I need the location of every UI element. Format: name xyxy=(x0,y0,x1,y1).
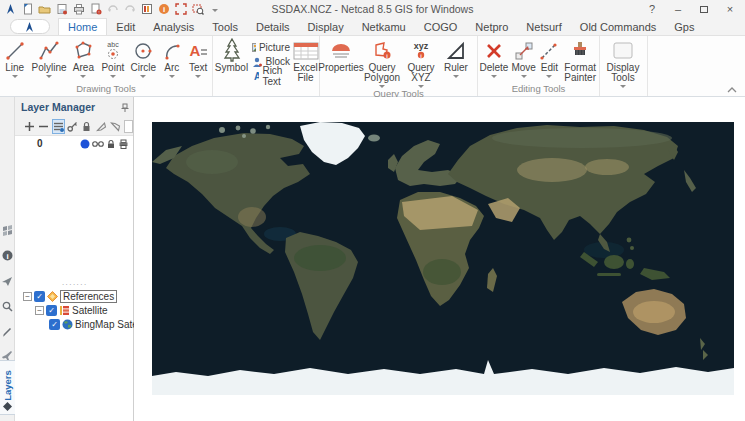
pencil-icon[interactable] xyxy=(2,326,13,337)
checkbox-checked[interactable]: ✓ xyxy=(34,291,45,302)
world-map-satellite[interactable] xyxy=(152,122,734,395)
flag-down-icon[interactable] xyxy=(109,119,121,134)
open-file-button[interactable] xyxy=(38,3,51,16)
editing-tools-group: Delete Move Edit Format Painter xyxy=(478,36,600,96)
add-layer-button[interactable] xyxy=(23,119,35,134)
query-polygon-button[interactable]: i Query Polygon xyxy=(362,38,402,88)
area-button[interactable]: Area xyxy=(69,38,98,78)
help-button[interactable]: ? xyxy=(639,0,665,18)
more-commands-caret[interactable] xyxy=(208,3,221,16)
new-document-button[interactable] xyxy=(21,3,34,16)
redo-button[interactable] xyxy=(123,3,136,16)
print-button[interactable] xyxy=(72,3,85,16)
lock-icon[interactable] xyxy=(81,119,93,134)
tab-display[interactable]: Display xyxy=(299,18,353,35)
send-icon[interactable] xyxy=(2,276,13,287)
move-button[interactable]: Move xyxy=(510,38,538,78)
flag-icon[interactable] xyxy=(2,225,13,236)
close-button[interactable]: × xyxy=(717,0,743,18)
svg-text:A: A xyxy=(190,42,201,59)
tab-old-commands[interactable]: Old Commands xyxy=(571,18,665,35)
text-button[interactable]: A Text xyxy=(185,38,212,78)
tab-tools[interactable]: Tools xyxy=(203,18,247,35)
point-button[interactable]: abc Point xyxy=(98,38,127,78)
tab-netkamu[interactable]: Netkamu xyxy=(353,18,415,35)
lock-icon[interactable] xyxy=(106,139,116,149)
flag-up-icon[interactable] xyxy=(95,119,107,134)
pin-icon[interactable] xyxy=(121,103,129,112)
format-painter-button[interactable]: Format Painter xyxy=(561,38,599,83)
checkbox-checked[interactable]: ✓ xyxy=(46,305,57,316)
tree-row-references[interactable]: − ✓ References xyxy=(15,289,134,303)
magnifier-icon[interactable] xyxy=(2,301,13,312)
restore-button[interactable] xyxy=(691,0,717,18)
picture-button[interactable]: Picture xyxy=(250,41,292,54)
collapse-expander[interactable]: − xyxy=(35,306,44,315)
info-button[interactable]: i xyxy=(157,3,170,16)
rich-text-button[interactable]: A Rich Text xyxy=(250,69,292,82)
checkbox-checked[interactable]: ✓ xyxy=(49,319,60,330)
application-menu-button[interactable] xyxy=(10,19,50,34)
tree-row-bingmap[interactable]: ✓ BingMap Satellite I xyxy=(15,317,134,331)
layer-tree: − ✓ References − ✓ Satellite ✓ BingMap S… xyxy=(15,289,134,331)
main-area: i Layers Layer Manager xyxy=(0,97,745,421)
polyline-button[interactable]: Polyline xyxy=(29,38,68,78)
map-canvas[interactable] xyxy=(134,97,745,421)
sidebar-tab-layers[interactable]: Layers xyxy=(0,360,15,415)
edit-button[interactable]: Edit xyxy=(538,38,562,78)
tab-gps[interactable]: Gps xyxy=(665,18,703,35)
xyz-icon: xyzi xyxy=(409,39,433,63)
query-polygon-icon: i xyxy=(371,39,393,63)
layer-row-0[interactable]: 0 xyxy=(15,136,133,151)
svg-text:abc: abc xyxy=(107,41,119,48)
collapse-expander[interactable]: − xyxy=(23,292,32,301)
remove-layer-button[interactable] xyxy=(37,119,49,134)
report-window-button[interactable] xyxy=(140,3,153,16)
arc-button[interactable]: Arc xyxy=(159,38,185,78)
key-icon[interactable] xyxy=(67,119,79,134)
line-button[interactable]: Line xyxy=(0,38,29,78)
layer-list-button[interactable] xyxy=(52,119,65,134)
letter-a-icon: A xyxy=(252,71,259,81)
zoom-window-button[interactable] xyxy=(191,3,204,16)
blank-box[interactable] xyxy=(124,120,134,133)
query-tools-group: Properties i Query Polygon xyzi Query XY… xyxy=(320,36,478,96)
properties-dome-icon xyxy=(328,39,354,63)
undo-button[interactable] xyxy=(106,3,119,16)
symbol-button[interactable]: Symbol xyxy=(213,38,250,73)
tab-analysis[interactable]: Analysis xyxy=(144,18,203,35)
tab-netpro[interactable]: Netpro xyxy=(466,18,517,35)
tab-cogo[interactable]: COGO xyxy=(415,18,467,35)
tab-netsurf[interactable]: Netsurf xyxy=(517,18,570,35)
ribbon-collapse-chevron[interactable] xyxy=(727,87,737,93)
circle-button[interactable]: Circle xyxy=(128,38,159,78)
properties-button[interactable]: Properties xyxy=(320,38,362,73)
layer-color-dot[interactable] xyxy=(80,139,90,149)
layer-label[interactable]: References xyxy=(60,290,117,303)
layer-name: 0 xyxy=(37,138,43,149)
printer-icon[interactable] xyxy=(118,139,129,149)
dropdown-caret xyxy=(140,75,146,78)
point-icon: abc xyxy=(102,39,124,63)
save-as-button[interactable]: ! xyxy=(89,3,102,16)
minimize-button[interactable]: – xyxy=(665,0,691,18)
layer-label[interactable]: Satellite xyxy=(72,305,108,316)
netcad-logo-icon xyxy=(24,21,36,33)
info-icon[interactable]: i xyxy=(2,250,13,261)
zoom-extents-button[interactable] xyxy=(174,3,187,16)
tab-details[interactable]: Details xyxy=(247,18,299,35)
query-xyz-button[interactable]: xyzi Query XYZ xyxy=(402,38,440,88)
window-controls: ? – × xyxy=(639,0,743,18)
tree-row-satellite[interactable]: − ✓ Satellite xyxy=(15,303,134,317)
tab-edit[interactable]: Edit xyxy=(107,18,144,35)
dropdown-caret xyxy=(12,75,18,78)
visibility-glasses-icon[interactable] xyxy=(92,139,104,148)
save-button[interactable] xyxy=(55,3,68,16)
panel-splitter[interactable]: ······· xyxy=(15,282,134,288)
tab-home[interactable]: Home xyxy=(58,18,107,35)
delete-button[interactable]: Delete xyxy=(478,38,510,78)
layer-label[interactable]: BingMap Satellite I xyxy=(75,319,134,330)
display-tools-button[interactable]: Display Tools xyxy=(600,38,646,88)
excel-file-button[interactable]: Excel File xyxy=(292,38,319,83)
ruler-button[interactable]: Ruler xyxy=(440,38,472,78)
